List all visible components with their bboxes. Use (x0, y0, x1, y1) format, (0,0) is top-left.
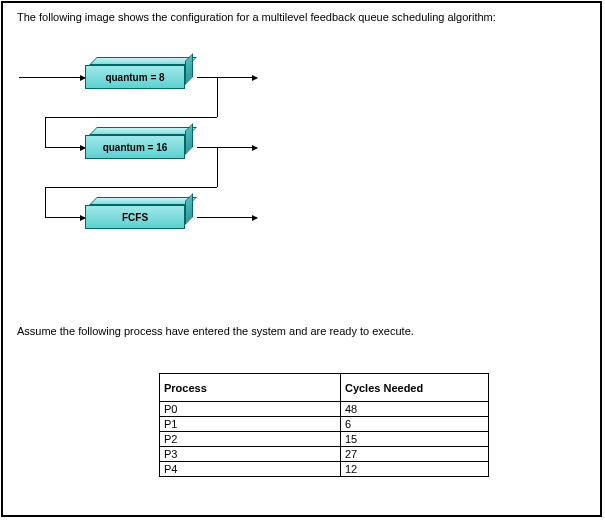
cell-process: P3 (160, 447, 341, 462)
drop-v-q2b (45, 187, 46, 217)
arrow-into-q2 (45, 147, 85, 148)
arrow-into-q3 (45, 217, 85, 218)
page-frame: The following image shows the configurat… (1, 1, 602, 517)
drop-line-q1 (217, 77, 218, 117)
cell-cycles: 12 (340, 462, 488, 477)
cell-process: P4 (160, 462, 341, 477)
cell-process: P1 (160, 417, 341, 432)
cell-cycles: 6 (340, 417, 488, 432)
queue-1-box: quantum = 8 (85, 57, 195, 85)
cell-process: P0 (160, 402, 341, 417)
drop-line-q2 (217, 147, 218, 187)
queue-3-box: FCFS (85, 197, 195, 225)
table-row: P0 48 (160, 402, 489, 417)
cell-process: P2 (160, 432, 341, 447)
queue-2-label: quantum = 16 (103, 142, 168, 153)
cell-cycles: 27 (340, 447, 488, 462)
arrow-out-q3 (197, 217, 257, 218)
drop-h-q1a (45, 117, 217, 118)
table-header-row: Process Cycles Needed (160, 374, 489, 402)
arrow-into-q1 (19, 77, 85, 78)
cell-cycles: 15 (340, 432, 488, 447)
intro-text: The following image shows the configurat… (17, 11, 496, 23)
mlfq-diagram: quantum = 8 quantum = 16 FCFS (19, 51, 319, 271)
cell-cycles: 48 (340, 402, 488, 417)
queue-3-label: FCFS (122, 212, 148, 223)
drop-h-q2a (45, 187, 217, 188)
process-table: Process Cycles Needed P0 48 P1 6 P2 15 P… (159, 373, 489, 477)
table-row: P1 6 (160, 417, 489, 432)
arrow-out-q2 (197, 147, 257, 148)
table-row: P3 27 (160, 447, 489, 462)
assume-text: Assume the following process have entere… (17, 325, 414, 337)
col-process-header: Process (160, 374, 341, 402)
table-row: P2 15 (160, 432, 489, 447)
arrow-out-q1 (197, 77, 257, 78)
queue-1-label: quantum = 8 (105, 72, 164, 83)
col-cycles-header: Cycles Needed (340, 374, 488, 402)
queue-2-box: quantum = 16 (85, 127, 195, 155)
drop-v-q1b (45, 117, 46, 147)
table-row: P4 12 (160, 462, 489, 477)
